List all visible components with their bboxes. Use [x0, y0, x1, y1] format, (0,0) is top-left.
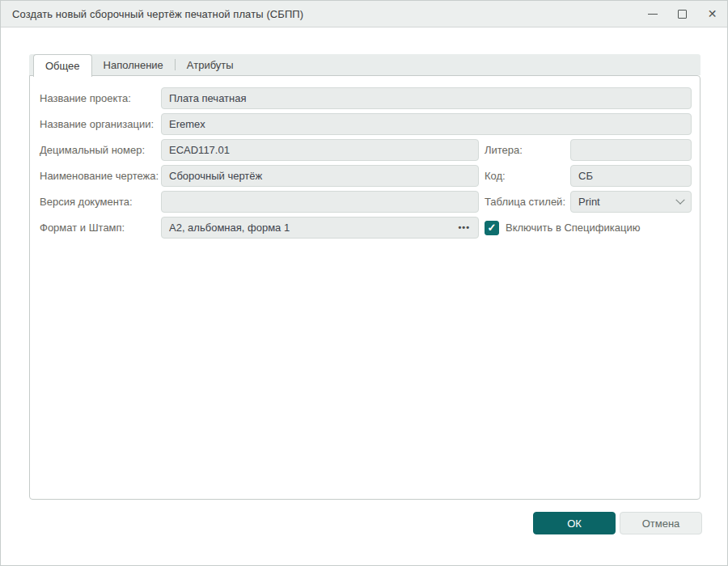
- ok-button[interactable]: ОК: [533, 512, 616, 534]
- tab-attributes[interactable]: Атрибуты: [176, 54, 245, 75]
- decimal-number-label: Децимальный номер:: [40, 139, 145, 161]
- include-spec-label: Включить в Спецификацию: [506, 222, 640, 234]
- cancel-button[interactable]: Отмена: [620, 512, 702, 534]
- organization-name-input[interactable]: [161, 113, 692, 135]
- maximize-button[interactable]: [667, 1, 697, 27]
- tab-napolnenie-label: Наполнение: [104, 59, 163, 71]
- style-table-select[interactable]: Print: [570, 191, 692, 213]
- window-title: Создать новый сборочный чертёж печатной …: [12, 8, 303, 20]
- tab-strip: Общее Наполнение Атрибуты: [29, 54, 700, 75]
- include-spec-checkbox[interactable]: ✓: [485, 221, 499, 235]
- chevron-down-icon: [675, 195, 684, 204]
- organization-name-label: Название организации:: [40, 113, 154, 135]
- check-icon: ✓: [488, 222, 497, 234]
- code-label: Код:: [485, 165, 506, 187]
- document-version-input[interactable]: [161, 191, 479, 213]
- close-button[interactable]: ✕: [697, 1, 727, 27]
- format-stamp-field[interactable]: А2, альбомная, форма 1 •••: [161, 217, 479, 239]
- tab-general[interactable]: Общее: [33, 54, 92, 77]
- include-spec-checkbox-row[interactable]: ✓ Включить в Спецификацию: [485, 217, 640, 239]
- tab-page-general: Название проекта: Название организации: …: [29, 75, 700, 500]
- format-stamp-value: А2, альбомная, форма 1: [169, 218, 457, 238]
- tab-napolnenie[interactable]: Наполнение: [92, 54, 175, 75]
- dialog-window: Создать новый сборочный чертёж печатной …: [0, 0, 728, 566]
- minimize-icon: [648, 14, 658, 15]
- litera-input[interactable]: [570, 139, 692, 161]
- project-name-input[interactable]: [161, 87, 692, 109]
- minimize-button[interactable]: [637, 1, 667, 27]
- title-bar: Создать новый сборочный чертёж печатной …: [1, 1, 727, 27]
- code-input[interactable]: [570, 165, 692, 187]
- dialog-footer: ОК Отмена: [533, 512, 702, 534]
- window-controls: ✕: [637, 1, 727, 27]
- drawing-name-input[interactable]: [161, 165, 479, 187]
- ellipsis-icon: •••: [458, 222, 470, 232]
- document-version-label: Версия документа:: [40, 191, 133, 213]
- browse-button[interactable]: •••: [457, 223, 471, 232]
- format-stamp-label: Формат и Штамп:: [40, 217, 125, 239]
- style-table-label: Таблица стилей:: [485, 191, 565, 213]
- tab-attributes-label: Атрибуты: [187, 59, 234, 71]
- project-name-label: Название проекта:: [40, 87, 131, 109]
- tab-general-label: Общее: [45, 60, 80, 72]
- litera-label: Литера:: [485, 139, 523, 161]
- drawing-name-label: Наименование чертежа:: [40, 165, 159, 187]
- maximize-icon: [678, 10, 687, 19]
- close-icon: ✕: [708, 8, 717, 19]
- decimal-number-input[interactable]: [161, 139, 479, 161]
- style-table-value: Print: [578, 192, 677, 212]
